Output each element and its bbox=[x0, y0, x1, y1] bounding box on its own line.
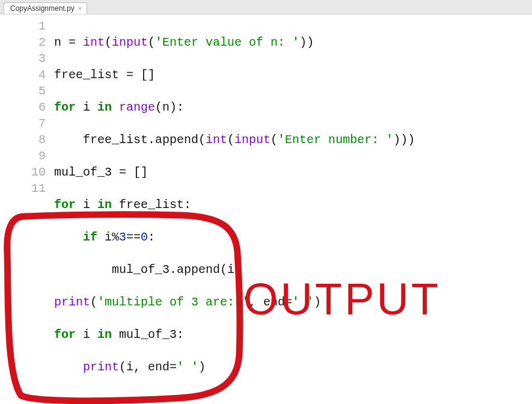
code-line[interactable]: n = int(input('Enter value of n: ')) bbox=[54, 34, 532, 50]
code-line[interactable]: print('multiple of 3 are: ', end=' ') bbox=[54, 294, 532, 310]
line-number: 2 bbox=[0, 34, 46, 50]
code-line[interactable]: for i in free_list: bbox=[54, 197, 532, 213]
line-number-gutter: 1 2 3 4 5 6 7 8 9 10 11 bbox=[0, 18, 54, 404]
line-number: 1 bbox=[0, 18, 46, 34]
line-number: 4 bbox=[0, 67, 46, 83]
code-line[interactable]: free_list.append(int(input('Enter number… bbox=[54, 132, 532, 148]
line-number: 9 bbox=[0, 148, 46, 164]
editor-tab-label: CopyAssignment.py bbox=[10, 4, 75, 13]
line-number: 5 bbox=[0, 83, 46, 99]
line-number: 8 bbox=[0, 132, 46, 148]
editor-tab[interactable]: CopyAssignment.py × bbox=[4, 2, 87, 14]
code-editor[interactable]: 1 2 3 4 5 6 7 8 9 10 11 n = int(input('E… bbox=[0, 14, 532, 404]
line-number: 11 bbox=[0, 180, 46, 197]
line-number: 6 bbox=[0, 99, 46, 115]
code-line[interactable]: mul_of_3 = [] bbox=[54, 164, 532, 180]
line-number: 3 bbox=[0, 50, 46, 67]
editor-tab-bar: CopyAssignment.py × bbox=[0, 0, 532, 14]
code-area[interactable]: n = int(input('Enter value of n: ')) fre… bbox=[54, 18, 532, 404]
code-line[interactable]: mul_of_3.append(i) bbox=[54, 262, 532, 278]
code-line[interactable]: if i%3==0: bbox=[54, 229, 532, 245]
code-line[interactable]: for i in range(n): bbox=[54, 99, 532, 115]
line-number: 7 bbox=[0, 115, 46, 132]
code-line[interactable]: print(i, end=' ') bbox=[54, 359, 532, 375]
code-line[interactable]: free_list = [] bbox=[54, 67, 532, 83]
code-line[interactable]: for i in mul_of_3: bbox=[54, 326, 532, 343]
line-number: 10 bbox=[0, 164, 46, 180]
close-icon[interactable]: × bbox=[78, 5, 82, 12]
